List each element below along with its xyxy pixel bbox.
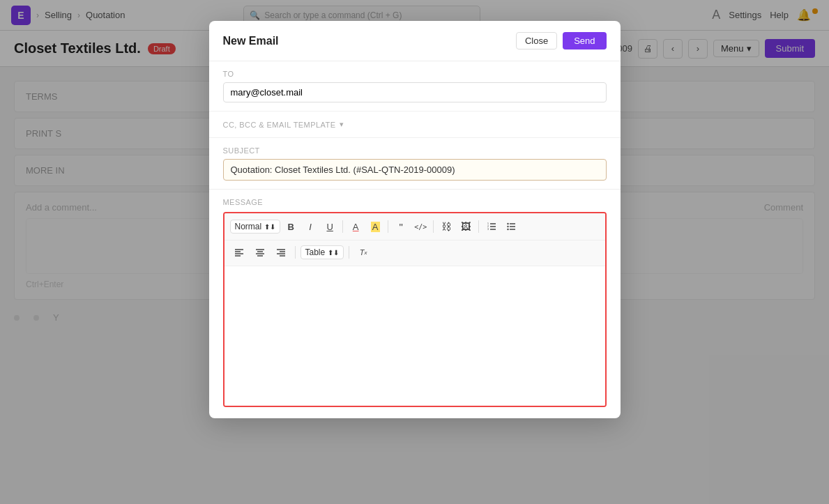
svg-point-8: [507, 229, 508, 230]
align-right-button[interactable]: [272, 243, 290, 261]
subject-label: Subject: [223, 146, 607, 155]
align-left-button[interactable]: [230, 243, 248, 261]
link-button[interactable]: ⛓: [437, 217, 455, 236]
svg-point-7: [507, 226, 508, 227]
message-area: Message Normal ⬆⬇ B I U: [209, 190, 621, 418]
toolbar-separator-3: [433, 220, 434, 233]
svg-text:3: 3: [487, 228, 489, 231]
code-button[interactable]: </>: [411, 217, 429, 236]
svg-point-6: [507, 223, 508, 224]
modal-body: To CC, BCC & EMAIL TEMPLATE ▾ Subject Me…: [209, 61, 621, 418]
toolbar-separator-1: [342, 220, 343, 233]
toolbar-separator-4: [478, 220, 479, 233]
toolbar-row1: Normal ⬆⬇ B I U A: [225, 213, 605, 240]
to-input[interactable]: [223, 82, 607, 102]
align-center-button[interactable]: [251, 243, 269, 261]
cc-label: CC, BCC & EMAIL TEMPLATE: [223, 121, 336, 129]
underline-button[interactable]: U: [321, 217, 339, 236]
subject-input[interactable]: [223, 159, 607, 181]
modal-overlay: New Email Close Send To CC, BCC & EMAIL …: [0, 0, 829, 504]
close-button[interactable]: Close: [516, 32, 557, 49]
image-button[interactable]: 🖼: [457, 217, 475, 236]
modal-title: New Email: [223, 35, 516, 47]
ordered-list-button[interactable]: 123: [482, 217, 501, 236]
toolbar-separator-5: [295, 246, 296, 259]
subject-row: Subject: [209, 138, 621, 190]
to-label: To: [223, 70, 607, 78]
cc-chevron-icon: ▾: [340, 120, 344, 129]
table-select-arrow: ⬆⬇: [328, 249, 339, 257]
blockquote-button[interactable]: ": [392, 217, 410, 236]
highlight-button[interactable]: A: [366, 217, 384, 236]
table-select[interactable]: Table ⬆⬇: [301, 245, 344, 259]
to-field-row: To: [209, 61, 621, 112]
style-select-value: Normal: [235, 222, 262, 231]
toolbar-separator-2: [388, 220, 388, 233]
italic-button[interactable]: I: [301, 217, 319, 236]
font-color-button[interactable]: A: [347, 217, 365, 236]
toolbar-row2: Table ⬆⬇ Tx: [225, 240, 605, 266]
editor-content[interactable]: [225, 266, 605, 406]
message-label: Message: [223, 198, 607, 206]
send-button[interactable]: Send: [563, 32, 606, 49]
new-email-modal: New Email Close Send To CC, BCC & EMAIL …: [209, 21, 621, 418]
style-select[interactable]: Normal ⬆⬇: [230, 220, 281, 234]
toolbar-separator-6: [349, 246, 349, 259]
bold-button[interactable]: B: [282, 217, 300, 236]
table-select-value: Table: [305, 247, 326, 257]
unordered-list-button[interactable]: [502, 217, 520, 236]
clear-format-button[interactable]: Tx: [354, 243, 372, 261]
editor-box: Normal ⬆⬇ B I U A: [223, 212, 607, 407]
style-select-arrow: ⬆⬇: [264, 223, 275, 231]
modal-header: New Email Close Send: [209, 21, 621, 61]
cc-bcc-row[interactable]: CC, BCC & EMAIL TEMPLATE ▾: [209, 112, 621, 138]
